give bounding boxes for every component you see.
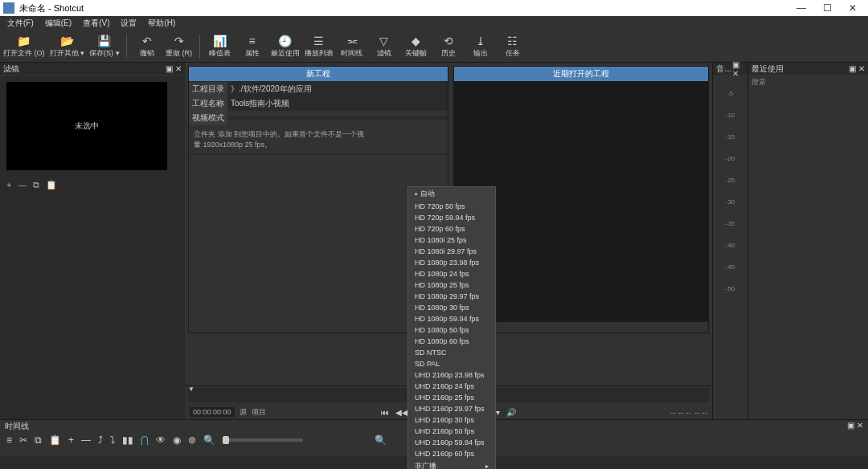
video-mode-option[interactable]: HD 1080p 29.97 fps — [408, 291, 495, 302]
video-mode-option[interactable]: HD 1080p 24 fps — [408, 268, 495, 279]
toolbar-label: 保存(S) ▾ — [89, 48, 120, 59]
add-filter-button[interactable]: + — [6, 180, 11, 190]
video-mode-option[interactable]: SD PAL — [408, 358, 495, 369]
preview-controls: + — ⧉ 📋 — [0, 177, 185, 194]
copy-filter-button[interactable]: ⧉ — [33, 180, 39, 190]
zoom-in-icon[interactable]: 🔍 — [375, 434, 387, 446]
project-name-field[interactable]: Tools指南小视频 — [227, 96, 448, 111]
toolbar-export-button[interactable]: ⤓输出 — [467, 32, 494, 61]
zoom-slider[interactable] — [223, 438, 303, 442]
video-mode-option[interactable]: 自动 — [408, 187, 495, 201]
video-mode-option[interactable]: HD 720p 60 fps — [408, 223, 495, 234]
ripple-icon[interactable]: ◉ — [173, 434, 181, 446]
recent-search-input[interactable]: 搜索 — [748, 75, 868, 89]
video-mode-option[interactable]: UHD 2160p 30 fps — [408, 414, 495, 426]
toolbar-history-button[interactable]: ⟲历史 — [435, 32, 462, 61]
video-mode-option[interactable]: 非广播 — [408, 459, 495, 469]
video-mode-option[interactable]: UHD 2160p 29.97 fps — [408, 403, 495, 414]
main-row: 滤镜 ▣ ✕ 未选中 + — ⧉ 📋 新工程 工程目录 》./软件/2020年的… — [0, 63, 868, 419]
video-mode-label: 视频模式 — [189, 111, 227, 125]
video-mode-option[interactable]: UHD 2160p 60 fps — [408, 448, 495, 459]
video-mode-option[interactable]: UHD 2160p 59.94 fps — [408, 437, 495, 448]
volume-button[interactable]: 🔊 — [506, 408, 516, 417]
skip-prev-button[interactable]: ◀◀ — [395, 408, 408, 417]
panel-float-icon[interactable]: ▣ ✕ — [849, 64, 865, 73]
toolbar-redo-button[interactable]: ↷重做 (R) — [166, 32, 193, 61]
video-mode-option[interactable]: HD 1080i 29.97 fps — [408, 246, 495, 257]
panel-float-icon[interactable]: ▣ ✕ — [847, 421, 863, 430]
menu-icon[interactable]: ≡ — [6, 434, 12, 446]
lift-icon[interactable]: ⤴ — [98, 434, 103, 446]
toolbar-timeline-button[interactable]: ⫘时间线 — [338, 32, 366, 61]
video-mode-option[interactable]: SD NTSC — [408, 347, 495, 358]
video-mode-option[interactable]: UHD 2160p 23.98 fps — [408, 369, 495, 381]
video-mode-option[interactable]: HD 1080p 23.98 fps — [408, 257, 495, 268]
toolbar-save-button[interactable]: 💾保存(S) ▾ — [89, 32, 120, 61]
meter-tick: -5 — [713, 90, 747, 97]
remove-filter-button[interactable]: — — [18, 180, 27, 190]
menu-item-1[interactable]: 编辑(E) — [41, 17, 76, 30]
toolbar-undo-button[interactable]: ↶撤销 — [133, 32, 161, 61]
scrub-icon[interactable]: 👁 — [156, 434, 166, 446]
video-mode-option[interactable]: HD 1080p 59.94 fps — [408, 313, 495, 324]
copy-icon[interactable]: ⧉ — [35, 434, 42, 446]
toolbar-jobs-button[interactable]: ☷任务 — [499, 32, 526, 61]
video-mode-option[interactable]: HD 1080i 25 fps — [408, 234, 495, 246]
recent-panel-header: 最近使用 ▣ ✕ — [748, 63, 868, 75]
toolbar-playlist-button[interactable]: ☰播放列表 — [305, 32, 334, 61]
project-hint: 立件夹 添加 到您项目中的。如果首个文件不是一个视 量 1920x1080p 2… — [189, 124, 448, 154]
project-dir-field[interactable]: 》./软件/2020年的应用 — [227, 82, 448, 96]
menu-item-4[interactable]: 帮助(H) — [144, 17, 179, 30]
menu-item-3[interactable]: 设置 — [117, 17, 141, 30]
ripple-all-icon[interactable]: ⊛ — [188, 434, 196, 446]
append-icon[interactable]: + — [68, 434, 74, 446]
paste-icon[interactable]: 📋 — [49, 434, 61, 446]
panel-close-icon[interactable]: ▣ ✕ — [166, 64, 182, 73]
maximize-button[interactable]: ☐ — [815, 1, 839, 15]
overwrite-icon[interactable]: ⤵ — [110, 434, 115, 446]
props-icon: ≡ — [245, 35, 260, 47]
timecode-display[interactable]: 00:00:00:00 — [190, 407, 235, 417]
snap-icon[interactable]: ⋂ — [141, 434, 149, 446]
menu-item-2[interactable]: 查看(V) — [79, 17, 113, 30]
meter-tick: -35 — [713, 220, 747, 227]
video-mode-field[interactable] — [227, 116, 448, 120]
close-button[interactable]: ✕ — [841, 1, 865, 15]
meter-tick: -30 — [713, 198, 747, 206]
cut-icon[interactable]: ✂ — [19, 434, 27, 446]
zoom-out-icon[interactable]: 🔍 — [203, 434, 215, 446]
filters-panel: 滤镜 ▣ ✕ 未选中 + — ⧉ 📋 — [0, 63, 185, 419]
toolbar-folder2-button[interactable]: 📂打开其他 ▾ — [50, 32, 85, 61]
video-mode-option[interactable]: UHD 2160p 50 fps — [408, 426, 495, 437]
toolbar-folder-button[interactable]: 📁打开文件 (O) — [3, 32, 45, 61]
audio-meter-scale: -5-10-15-20-25-30-35-40-45-50 — [713, 75, 747, 292]
toolbar-filter-button[interactable]: ▽滤镜 — [371, 32, 398, 61]
toolbar-keyframe-button[interactable]: ◆关键帧 — [403, 32, 430, 61]
minimize-button[interactable]: — — [789, 1, 813, 15]
timeline-icon: ⫘ — [345, 35, 359, 47]
video-mode-option[interactable]: UHD 2160p 25 fps — [408, 392, 495, 403]
audio-meter-header: 音… ▣ ✕ — [713, 63, 747, 75]
project-tab[interactable]: 项目 — [252, 407, 266, 418]
video-mode-option[interactable]: HD 1080p 60 fps — [408, 336, 495, 347]
toolbar-label: 任务 — [506, 48, 520, 59]
video-mode-option[interactable]: HD 1080p 25 fps — [408, 279, 495, 291]
video-mode-option[interactable]: HD 720p 59.94 fps — [408, 212, 495, 223]
menu-item-0[interactable]: 文件(F) — [3, 17, 38, 30]
toolbar-props-button[interactable]: ≡属性 — [239, 32, 266, 61]
split-icon[interactable]: ▮▮ — [122, 434, 133, 446]
video-mode-option[interactable]: HD 1080p 50 fps — [408, 324, 495, 336]
video-mode-option[interactable]: HD 1080p 30 fps — [408, 302, 495, 313]
toolbar-meter-button[interactable]: 📊峰值表 — [207, 32, 234, 61]
toolbar-label: 撤销 — [140, 48, 154, 59]
source-tab[interactable]: 源 — [240, 407, 247, 418]
toolbar-recent-button[interactable]: 🕘最近使用 — [271, 32, 300, 61]
video-mode-option[interactable]: HD 720p 50 fps — [408, 201, 495, 212]
folder2-icon: 📂 — [59, 35, 74, 47]
timeline-title: 时间线 — [5, 421, 29, 430]
skip-start-button[interactable]: ⏮ — [381, 408, 389, 417]
paste-filter-button[interactable]: 📋 — [46, 180, 57, 190]
remove-icon[interactable]: — — [81, 434, 91, 446]
video-mode-option[interactable]: UHD 2160p 24 fps — [408, 381, 495, 392]
history-icon: ⟲ — [441, 35, 456, 47]
